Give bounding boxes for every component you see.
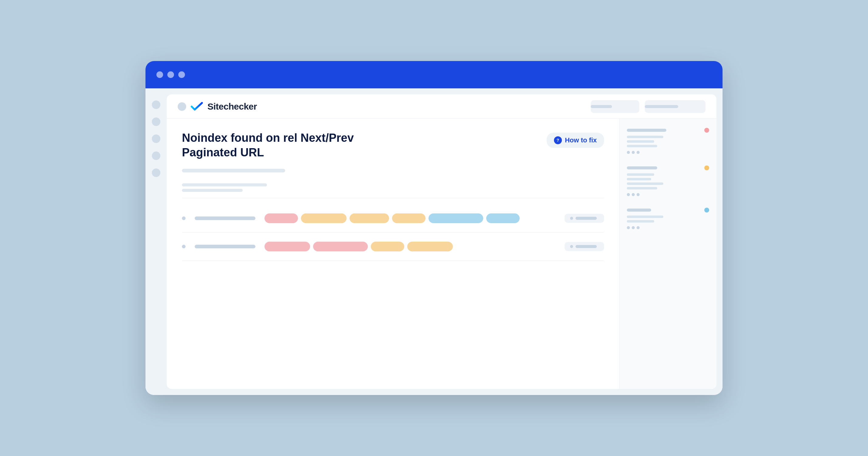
ssb-3-2 (627, 220, 654, 223)
tiny-dot-2-2 (632, 193, 635, 196)
sidebar-group-2 (627, 165, 709, 199)
row-action-button-1[interactable] (565, 214, 604, 223)
tiny-dot-3-2 (632, 226, 635, 229)
logo-circle (178, 102, 186, 111)
tag-pink-2 (265, 242, 310, 251)
sidebar-group-1 (627, 128, 709, 157)
row-tags-2 (265, 242, 556, 251)
sidebar-sub-bars-1 (627, 136, 709, 147)
tag-orange-1 (301, 214, 346, 223)
browser-dot-2 (167, 71, 174, 78)
divider-1 (182, 198, 604, 198)
sidebar-circle-4 (152, 152, 160, 160)
browser-dot-3 (178, 71, 185, 78)
ssb-2-3 (627, 183, 663, 185)
ssb-2-2 (627, 178, 651, 180)
tag-orange-5 (407, 242, 453, 251)
tag-pink-1 (265, 214, 298, 223)
tiny-dot-3-3 (637, 226, 640, 229)
table-header-bars (182, 183, 604, 192)
action-dot-2 (570, 245, 573, 248)
row-tags-1 (265, 214, 556, 223)
browser-dot-1 (156, 71, 163, 78)
sidebar-row-2 (627, 165, 709, 170)
row-label-1 (195, 217, 255, 220)
sidebar-bar-2 (627, 166, 657, 169)
sidebar-row-3 (627, 208, 709, 213)
how-to-fix-label: How to fix (565, 136, 597, 144)
sidebar-circle-2 (152, 118, 160, 126)
tiny-dot-1-2 (632, 151, 635, 154)
left-sidebar (146, 88, 167, 395)
table-row-2 (182, 233, 604, 261)
browser-window: Sitechecker Noindex found on (146, 61, 722, 395)
tag-orange-3 (392, 214, 426, 223)
right-sidebar (619, 119, 716, 389)
help-icon: ? (554, 136, 562, 144)
sidebar-group-3 (627, 208, 709, 232)
sidebar-circle-3 (152, 134, 160, 143)
logo-area: Sitechecker (178, 101, 591, 112)
nav-button-1[interactable] (591, 100, 639, 113)
sidebar-circle-5 (152, 168, 160, 177)
subtitle-bar (182, 169, 285, 172)
sidebar-bar-3 (627, 208, 651, 211)
content-wrapper: Noindex found on rel Next/Prev Paginated… (167, 119, 716, 389)
table-bar-1 (182, 183, 267, 186)
ssb-3-1 (627, 216, 663, 218)
ssb-2-1 (627, 173, 654, 176)
how-to-fix-button[interactable]: ? How to fix (547, 133, 604, 148)
sidebar-dots-3 (627, 226, 709, 229)
nav-btn-bar-1 (591, 105, 612, 108)
tag-pink-3 (313, 242, 368, 251)
sidebar-dot-orange (704, 165, 709, 170)
nav-btn-bar-2 (645, 105, 678, 108)
navbar: Sitechecker (167, 94, 716, 119)
table-bar-2 (182, 189, 243, 192)
tiny-dot-3-1 (627, 226, 630, 229)
navbar-buttons (591, 100, 706, 113)
ssb-1-2 (627, 140, 654, 143)
tiny-dot-1-1 (627, 151, 630, 154)
ssb-1-3 (627, 145, 657, 147)
sidebar-dot-red (704, 128, 709, 133)
sidebar-circle-1 (152, 100, 160, 109)
logo-checkmark-icon (190, 102, 203, 111)
ssb-1-1 (627, 136, 663, 138)
nav-button-2[interactable] (645, 100, 706, 113)
sidebar-dot-blue (704, 208, 709, 213)
browser-titlebar (146, 61, 722, 88)
ssb-2-4 (627, 187, 657, 190)
tag-blue-2 (486, 214, 520, 223)
tag-orange-4 (371, 242, 404, 251)
browser-content: Sitechecker Noindex found on (146, 88, 722, 395)
browser-dots (156, 71, 185, 78)
issue-header: Noindex found on rel Next/Prev Paginated… (182, 131, 604, 160)
main-area: Sitechecker Noindex found on (167, 88, 722, 395)
row-action-button-2[interactable] (565, 242, 604, 251)
logo-text: Sitechecker (208, 101, 257, 112)
sidebar-sub-bars-2 (627, 173, 709, 190)
tag-orange-2 (349, 214, 389, 223)
action-bar-1 (576, 217, 597, 220)
action-bar-2 (576, 245, 597, 248)
action-dot-1 (570, 217, 573, 220)
row-label-2 (195, 245, 255, 248)
issue-title: Noindex found on rel Next/Prev Paginated… (182, 131, 358, 160)
table-row-1 (182, 204, 604, 233)
tiny-dot-2-3 (637, 193, 640, 196)
tiny-dot-1-3 (637, 151, 640, 154)
sidebar-sub-bars-3 (627, 216, 709, 223)
sidebar-bar-1 (627, 129, 666, 132)
sidebar-row-1 (627, 128, 709, 133)
tiny-dot-2-1 (627, 193, 630, 196)
content-main: Noindex found on rel Next/Prev Paginated… (167, 119, 619, 389)
sidebar-dots-1 (627, 151, 709, 154)
row-indicator-2 (182, 245, 186, 248)
tag-blue-1 (429, 214, 483, 223)
row-indicator-1 (182, 217, 186, 220)
sidebar-dots-2 (627, 193, 709, 196)
